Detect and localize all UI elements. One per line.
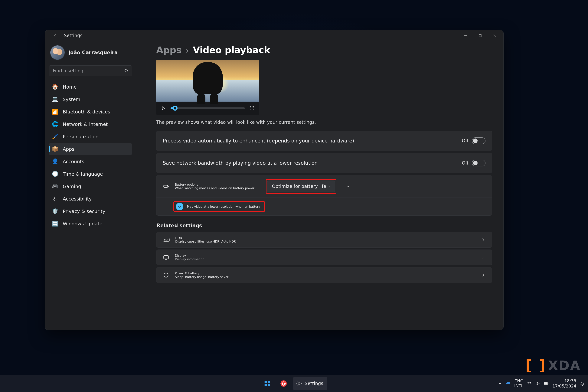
tray-overflow-icon[interactable] xyxy=(498,381,502,386)
related-hdr[interactable]: HDR HDR Display capabilities, use HDR, A… xyxy=(156,232,492,248)
notifications-icon[interactable] xyxy=(580,381,584,386)
sidebar-item-label: Windows Update xyxy=(63,221,102,226)
breadcrumb: Apps › Video playback xyxy=(156,45,492,55)
svg-point-1 xyxy=(125,69,128,72)
taskbar-center: Settings xyxy=(261,375,327,392)
video-controls xyxy=(156,102,259,115)
svg-rect-0 xyxy=(479,34,481,37)
video-preview xyxy=(156,60,259,115)
sidebar-item-label: Network & internet xyxy=(63,122,108,127)
gamepad-icon: 🎮 xyxy=(52,183,58,190)
annotation-highlight: Optimize for battery life xyxy=(266,179,336,194)
search-icon xyxy=(124,68,129,73)
preview-caption: The preview shows what video will look l… xyxy=(156,120,492,125)
tray-status-icons[interactable] xyxy=(527,381,549,386)
chevron-up-icon[interactable] xyxy=(346,184,350,189)
back-button[interactable] xyxy=(50,30,60,41)
related-display[interactable]: Display Display information xyxy=(156,250,492,265)
setting-process-video-enhance: Process video automatically to enhance i… xyxy=(156,130,492,151)
sidebar-item-personalization[interactable]: 🖌️Personalization xyxy=(49,130,132,143)
search-box[interactable] xyxy=(49,66,132,76)
language-indicator[interactable]: ENG INTL xyxy=(514,378,524,388)
start-button[interactable] xyxy=(261,377,274,390)
avatar xyxy=(50,46,65,60)
taskbar-app-label: Settings xyxy=(305,381,323,386)
related-power-battery[interactable]: Power & battery Sleep, battery usage, ba… xyxy=(156,267,492,283)
battery-optimize-dropdown[interactable]: Optimize for battery life xyxy=(267,180,335,192)
sidebar-item-home[interactable]: 🏠Home xyxy=(49,81,132,93)
sidebar-item-system[interactable]: 💻System xyxy=(49,93,132,105)
setting-label: Process video automatically to enhance i… xyxy=(163,138,354,144)
bluetooth-icon: 📶 xyxy=(52,108,58,115)
profile-block[interactable]: João Carrasqueira xyxy=(49,43,132,64)
sidebar-item-time-language[interactable]: 🕒Time & language xyxy=(49,168,132,180)
wifi-icon xyxy=(527,381,532,386)
svg-rect-11 xyxy=(268,384,270,386)
taskbar-clock[interactable]: 18:35 17/05/2024 xyxy=(552,378,576,388)
svg-point-15 xyxy=(529,384,530,385)
battery-options-header[interactable]: Battery options When watching movies and… xyxy=(156,175,492,198)
silhouette-graphic xyxy=(192,62,223,94)
tray-onedrive-icon[interactable] xyxy=(506,381,511,386)
hdr-icon: HDR xyxy=(163,237,170,242)
battery-icon xyxy=(543,381,549,386)
sidebar-item-network-internet[interactable]: 🌐Network & internet xyxy=(49,118,132,130)
display-icon xyxy=(163,254,169,261)
dropdown-value: Optimize for battery life xyxy=(272,184,326,189)
play-icon[interactable] xyxy=(161,106,166,111)
maximize-button[interactable] xyxy=(473,30,488,41)
settings-window: Settings João Carrasqueira xyxy=(45,30,504,330)
main-content: Apps › Video playback xyxy=(136,41,504,330)
sidebar-item-apps[interactable]: 📦Apps xyxy=(49,143,132,155)
sidebar-item-accessibility[interactable]: ♿Accessibility xyxy=(49,193,132,205)
sidebar-item-label: System xyxy=(63,97,80,102)
titlebar: Settings xyxy=(45,30,504,41)
checkbox[interactable] xyxy=(176,203,183,210)
breadcrumb-parent[interactable]: Apps xyxy=(156,45,182,55)
setting-subtitle: When watching movies and videos on batte… xyxy=(175,186,254,190)
toggle-switch[interactable] xyxy=(472,160,486,166)
setting-title: Battery options xyxy=(175,183,254,186)
seek-knob[interactable] xyxy=(173,106,178,111)
fullscreen-icon[interactable] xyxy=(249,106,254,111)
apps-icon: 📦 xyxy=(52,146,58,152)
svg-point-14 xyxy=(298,382,300,384)
sidebar-nav: 🏠Home 💻System 📶Bluetooth & devices 🌐Netw… xyxy=(49,81,132,230)
minimize-button[interactable] xyxy=(458,30,473,41)
link-subtitle: Display information xyxy=(175,258,204,261)
chevron-right-icon xyxy=(481,255,486,260)
toggle-state-label: Off xyxy=(462,160,468,166)
svg-rect-6 xyxy=(164,256,168,259)
taskbar-app-vivaldi[interactable] xyxy=(277,377,290,390)
chevron-right-icon xyxy=(481,238,486,242)
sidebar-item-label: Accounts xyxy=(63,159,84,164)
seek-slider[interactable] xyxy=(170,108,245,109)
sidebar-item-accounts[interactable]: 👤Accounts xyxy=(49,156,132,168)
sidebar-item-windows-update[interactable]: 🔄Windows Update xyxy=(49,218,132,230)
svg-rect-2 xyxy=(164,185,168,187)
svg-rect-8 xyxy=(264,381,267,383)
search-input[interactable] xyxy=(53,68,121,74)
sidebar-item-gaming[interactable]: 🎮Gaming xyxy=(49,180,132,192)
sidebar-item-privacy-security[interactable]: 🛡️Privacy & security xyxy=(49,205,132,217)
toggle-state-label: Off xyxy=(462,138,468,144)
checkbox-label: Play video at a lower resolution when on… xyxy=(187,205,260,208)
chevron-right-icon: › xyxy=(186,46,189,55)
taskbar-app-settings[interactable]: Settings xyxy=(293,377,327,390)
sidebar-item-bluetooth-devices[interactable]: 📶Bluetooth & devices xyxy=(49,106,132,118)
taskbar: Settings ENG INTL 18:35 17/05/2024 xyxy=(0,375,588,392)
sidebar-item-label: Time & language xyxy=(63,171,103,177)
svg-text:HDR: HDR xyxy=(164,239,168,241)
close-button[interactable] xyxy=(488,30,502,41)
chevron-right-icon xyxy=(481,273,486,278)
link-subtitle: Sleep, battery usage, battery saver xyxy=(175,275,228,279)
sidebar-item-label: Apps xyxy=(63,146,74,152)
setting-label: Save network bandwidth by playing video … xyxy=(163,160,318,166)
sidebar-item-label: Personalization xyxy=(63,134,98,140)
toggle-switch[interactable] xyxy=(472,138,486,144)
video-thumbnail xyxy=(156,60,259,102)
profile-name: João Carrasqueira xyxy=(68,50,118,56)
chevron-down-icon xyxy=(328,184,332,188)
system-icon: 💻 xyxy=(52,96,58,102)
sidebar-item-label: Home xyxy=(63,84,77,90)
